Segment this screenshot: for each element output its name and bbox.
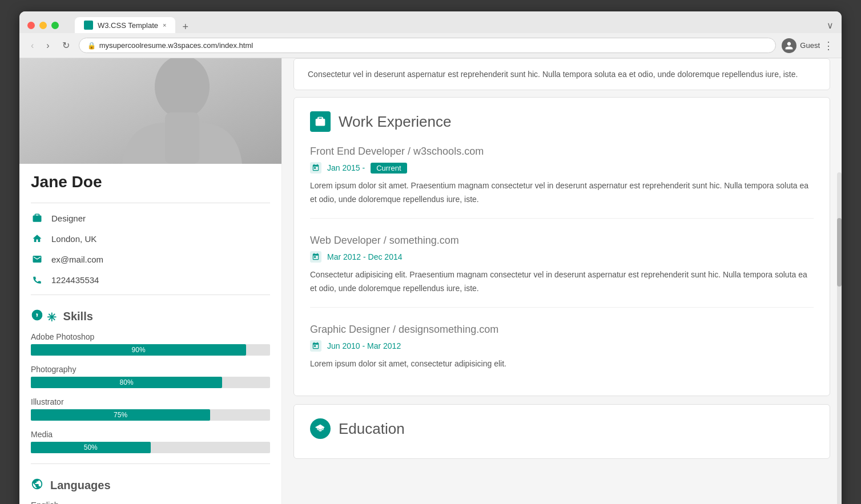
user-label: Guest [800, 41, 820, 50]
back-button[interactable]: ‹ [27, 39, 37, 52]
scrollbar-track [837, 172, 842, 504]
minimize-dot[interactable] [39, 22, 47, 29]
skill-item-media: Media 50% [19, 426, 281, 459]
browser-toolbar: ‹ › ↻ 🔒 mysupercoolresume.w3spaces.com/i… [19, 33, 842, 58]
sidebar-location-text: London, UK [51, 234, 96, 244]
job-date-from-3: Jun 2010 - Mar 2012 [327, 341, 401, 350]
work-experience-card: Work Experience Front End Developer / w3… [293, 97, 830, 396]
sidebar-divider-3 [31, 463, 270, 464]
browser-window: W3.CSS Template × + ∨ ‹ › ↻ 🔒 mysupercoo… [19, 11, 842, 504]
work-icon [310, 111, 331, 132]
page-content: Jane Doe Designer London, UK ex@mail [19, 58, 842, 504]
calendar-icon-2 [310, 251, 321, 263]
forward-button[interactable]: › [43, 39, 53, 52]
sidebar-phone-text: 1224435534 [51, 275, 99, 285]
education-card: Education [293, 404, 830, 459]
browser-titlebar: W3.CSS Template × + ∨ [19, 11, 842, 33]
education-title: Education [310, 418, 814, 441]
calendar-icon-3 [310, 340, 321, 352]
browser-menu-button[interactable]: ⋮ [823, 39, 834, 52]
skill-item-illustrator: Illustrator 75% [19, 394, 281, 426]
skill-bar-photography: 80% [31, 377, 270, 388]
job-description-2: Consectetur adipisicing elit. Praesentiu… [310, 268, 814, 296]
tab-close-button[interactable]: × [163, 22, 166, 29]
email-icon [31, 253, 43, 265]
phone-icon [31, 273, 43, 286]
job-entry-3: Graphic Designer / designsomething.com J… [310, 324, 814, 382]
skill-label-media: Media [31, 430, 270, 439]
skill-label-photoshop: Adobe Photoshop [31, 332, 270, 341]
skill-bar-fill-media: 50% [31, 442, 151, 453]
profile-name: Jane Doe [19, 164, 281, 198]
skill-percent-media: 50% [84, 443, 98, 451]
browser-tab[interactable]: W3.CSS Template × [75, 17, 175, 33]
close-dot[interactable] [27, 22, 35, 29]
user-area: Guest ⋮ [782, 38, 834, 53]
work-experience-heading: Work Experience [339, 113, 452, 131]
job-date-2: Mar 2012 - Dec 2014 [310, 251, 814, 263]
skill-item-photoshop: Adobe Photoshop 90% [19, 329, 281, 361]
job-date-from-2: Mar 2012 - Dec 2014 [327, 252, 403, 261]
scrollbar-thumb[interactable] [837, 218, 842, 287]
skill-bar-fill-photoshop: 90% [31, 344, 246, 356]
sidebar: Jane Doe Designer London, UK ex@mail [19, 58, 282, 504]
job-description-1: Lorem ipsum dolor sit amet. Praesentium … [310, 179, 814, 207]
skill-bar-photoshop: 90% [31, 344, 270, 356]
svg-point-2 [155, 58, 210, 118]
sidebar-divider-1 [31, 203, 270, 203]
expand-button[interactable]: ∨ [827, 20, 834, 31]
job-title-3: Graphic Designer / designsomething.com [310, 324, 814, 336]
sidebar-divider-2 [31, 295, 270, 295]
languages-heading: Languages [19, 469, 281, 498]
job-title-1: Front End Developer / w3schools.com [310, 146, 814, 158]
skill-percent-photography: 80% [120, 378, 134, 386]
tab-bar: W3.CSS Template × + [75, 17, 193, 33]
skill-bar-media: 50% [31, 442, 270, 453]
skills-heading: ✳ Skills [19, 300, 281, 329]
address-text: mysupercoolresume.w3spaces.com/index.htm… [99, 41, 254, 50]
skill-bar-fill-illustrator: 75% [31, 409, 210, 421]
job-date-3: Jun 2010 - Mar 2012 [310, 340, 814, 352]
job-description-3: Lorem ipsum dolor sit amet, consectetur … [310, 357, 814, 371]
skill-bar-fill-photography: 80% [31, 377, 222, 388]
skill-label-photography: Photography [31, 365, 270, 374]
refresh-button[interactable]: ↻ [59, 39, 73, 52]
controls-row: W3.CSS Template × + ∨ [27, 17, 834, 33]
sidebar-location-item: London, UK [19, 228, 281, 249]
sidebar-email-item: ex@mail.com [19, 249, 281, 269]
skills-heading-text: Skills [63, 310, 93, 323]
skill-item-photography: Photography 80% [19, 361, 281, 394]
svg-rect-3 [165, 112, 199, 164]
language-english: English [19, 498, 281, 504]
skill-bar-illustrator: 75% [31, 409, 270, 421]
scroll-top-card: Consectetur vel in deserunt aspernatur e… [293, 58, 830, 90]
new-tab-button[interactable]: + [178, 21, 193, 33]
address-bar[interactable]: 🔒 mysupercoolresume.w3spaces.com/index.h… [79, 38, 776, 53]
work-experience-title: Work Experience [310, 111, 814, 134]
languages-heading-text: Languages [50, 479, 111, 492]
tab-label: W3.CSS Template [98, 21, 158, 30]
job-entry-1: Front End Developer / w3schools.com Jan … [310, 146, 814, 219]
education-heading: Education [339, 420, 405, 438]
tab-favicon [84, 21, 93, 30]
skill-label-illustrator: Illustrator [31, 397, 270, 406]
skill-percent-photoshop: 90% [132, 346, 146, 354]
user-avatar [782, 38, 796, 53]
briefcase-icon [31, 212, 43, 224]
maximize-dot[interactable] [51, 22, 59, 29]
job-title-2: Web Developer / something.com [310, 235, 814, 247]
calendar-icon-1 [310, 162, 321, 174]
sidebar-title-item: Designer [19, 208, 281, 228]
lock-icon: 🔒 [87, 42, 96, 50]
education-icon [310, 418, 331, 439]
job-date-from-1: Jan 2015 - [327, 163, 365, 172]
job-date-badge-1: Current [371, 163, 407, 174]
home-icon [31, 232, 43, 245]
job-date-1: Jan 2015 - Current [310, 162, 814, 174]
scroll-top-text: Consectetur vel in deserunt aspernatur e… [308, 70, 798, 79]
skill-percent-illustrator: 75% [114, 411, 127, 419]
globe-icon [31, 478, 43, 493]
sidebar-phone-item: 1224435534 [19, 269, 281, 290]
sidebar-email-text: ex@mail.com [51, 255, 103, 264]
profile-photo [19, 58, 281, 164]
